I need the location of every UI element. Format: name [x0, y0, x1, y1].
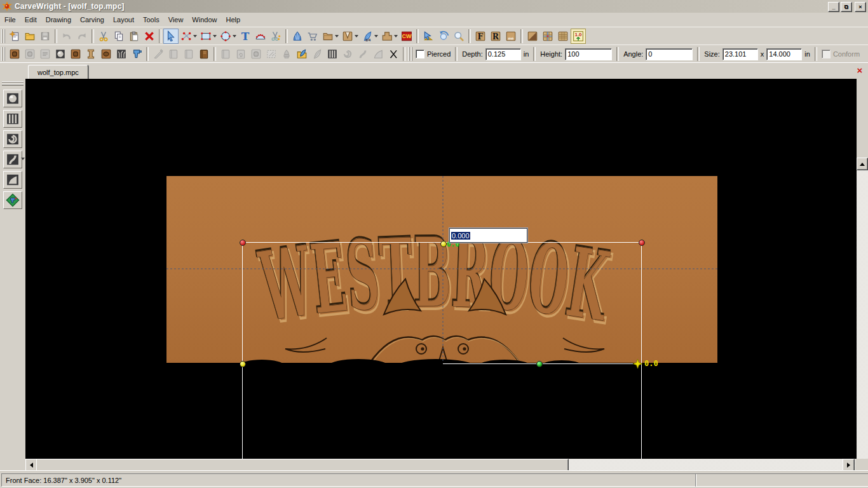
arc-tool-button[interactable]: [253, 29, 268, 44]
pattern-folder-button[interactable]: [320, 29, 336, 44]
toolbar-tools: Pierced Depth: in Height: Angle: Size: x…: [0, 44, 868, 64]
delete-button[interactable]: [142, 29, 157, 44]
dimension-edit-box[interactable]: 0.000: [449, 228, 527, 243]
pattern-store-button[interactable]: [305, 29, 320, 44]
pan-3d-view-button[interactable]: [421, 29, 436, 44]
selection-left-edge[interactable]: [242, 242, 243, 459]
pattern-book-open-button[interactable]: [196, 46, 212, 62]
angle-input[interactable]: [646, 48, 693, 60]
rout-region-button[interactable]: [68, 46, 83, 62]
toolbar-gripper[interactable]: [1, 29, 5, 43]
ramp-view-tool-button[interactable]: [3, 171, 22, 189]
tab-wolf-top[interactable]: wolf_top.mpc: [28, 65, 88, 80]
hscroll-thumb[interactable]: [36, 459, 569, 471]
vertical-scrollbar[interactable]: [857, 158, 868, 488]
menu-carving[interactable]: Carving: [76, 14, 109, 25]
draft-tool-button[interactable]: 1/4: [360, 29, 375, 44]
dome-view-tool-button[interactable]: [3, 90, 22, 107]
text-tool-button[interactable]: T: [238, 29, 253, 44]
board-dimensions-button[interactable]: [503, 29, 519, 44]
oval-region-button[interactable]: [98, 46, 114, 62]
paste-button[interactable]: [126, 29, 142, 44]
pierced-checkbox[interactable]: [416, 50, 424, 58]
close-button[interactable]: ×: [855, 2, 866, 12]
measure-3d-tool-button[interactable]: [3, 191, 22, 209]
menu-layout[interactable]: Layout: [109, 14, 139, 25]
rectangle-tool-button[interactable]: [198, 29, 214, 44]
depth-input[interactable]: [485, 48, 521, 60]
front-face-button[interactable]: F: [473, 29, 488, 44]
document-close-button[interactable]: ×: [854, 65, 865, 76]
workspace-canvas[interactable]: WESTBROOK WESTBROOK WESTBROOK: [25, 79, 857, 459]
cw-store-button[interactable]: CW: [399, 29, 414, 44]
horizontal-scrollbar[interactable]: [0, 459, 868, 470]
size-unit: in: [804, 50, 810, 58]
svg-text:F: F: [478, 32, 484, 41]
minimize-button[interactable]: _: [828, 2, 839, 12]
menu-view[interactable]: View: [164, 14, 188, 25]
menu-edit[interactable]: Edit: [20, 14, 41, 25]
restore-button[interactable]: ⧉: [841, 2, 852, 12]
menu-window[interactable]: Window: [187, 14, 221, 25]
menu-file[interactable]: File: [0, 14, 20, 25]
spline-cut-tool-button[interactable]: [268, 29, 283, 44]
selection-handle-bottom-center[interactable]: [536, 361, 543, 367]
import-pattern-button[interactable]: [294, 46, 309, 62]
ellipse-tool-button[interactable]: [218, 29, 233, 44]
grid-toggle-button[interactable]: [555, 29, 571, 44]
selection-handle-top-left[interactable]: [240, 240, 246, 246]
drill-tool-button[interactable]: [129, 46, 144, 62]
selection-handle-top-right[interactable]: [639, 240, 645, 246]
snap-layout-button[interactable]: 1.0: [571, 29, 586, 44]
svg-text:1.0: 1.0: [575, 32, 583, 37]
menu-drawing[interactable]: Drawing: [41, 14, 76, 25]
rotate-view-button[interactable]: [436, 29, 451, 44]
column-surface-button[interactable]: [83, 46, 98, 62]
selection-handle-bottom-left[interactable]: [240, 361, 246, 367]
fluting-tool-button[interactable]: [325, 46, 340, 62]
clear-tool-button[interactable]: [386, 46, 401, 62]
rosette-view-tool-button[interactable]: [3, 130, 22, 148]
selection-handle-top-center[interactable]: [440, 241, 447, 247]
grid-crosshair-button[interactable]: [540, 29, 555, 44]
toolbar-separator: [403, 47, 405, 61]
dome-surface-button[interactable]: [53, 46, 68, 62]
zoom-tool-button[interactable]: [451, 29, 466, 44]
scroll-right-button[interactable]: [843, 459, 855, 471]
angle-label: Angle:: [623, 50, 643, 58]
sidebar-gripper[interactable]: [2, 81, 24, 86]
carve-profile-button[interactable]: [340, 29, 355, 44]
app-window: CarveWright - [wolf_top.mpc] _⧉× FileEdi…: [0, 0, 868, 488]
node-edit-tool-button[interactable]: [179, 29, 194, 44]
new-file-button[interactable]: [7, 29, 22, 44]
pattern-library-button[interactable]: [290, 29, 305, 44]
toolbar-gripper-3[interactable]: [409, 47, 412, 61]
carve-region-button[interactable]: [7, 46, 22, 62]
toolbar-gripper-2[interactable]: [1, 47, 5, 61]
height-input[interactable]: [565, 48, 612, 60]
scroll-up-button[interactable]: [857, 158, 868, 170]
size-width-input[interactable]: [722, 48, 758, 60]
cut-button[interactable]: [96, 29, 111, 44]
pattern-book-2-button: [181, 46, 196, 62]
bit-select-button[interactable]: [114, 46, 129, 62]
molding-tool-button[interactable]: [379, 29, 395, 44]
selection-handle-rotate-star[interactable]: [633, 359, 642, 369]
leaf-view-tool-button-dropdown-icon[interactable]: [21, 158, 25, 160]
menu-help[interactable]: Help: [221, 14, 245, 25]
open-file-button[interactable]: [22, 29, 37, 44]
conform-checkbox: [822, 50, 831, 58]
corner-view-button[interactable]: [525, 29, 540, 44]
selection-right-edge[interactable]: [641, 242, 642, 459]
board-carving[interactable]: WESTBROOK WESTBROOK WESTBROOK: [166, 176, 717, 363]
menu-tools[interactable]: Tools: [139, 14, 164, 25]
conform-label: Conform: [833, 50, 860, 58]
knife-tool-button: [151, 46, 166, 62]
rear-face-button[interactable]: R: [488, 29, 503, 44]
select-tool-button[interactable]: [163, 29, 179, 44]
size-height-input[interactable]: [766, 48, 802, 60]
leaf-view-tool-button[interactable]: [3, 151, 22, 168]
copy-button[interactable]: [111, 29, 126, 44]
corner-handle-value-label: 0.0: [644, 359, 658, 368]
fluting-view-tool-button[interactable]: [3, 110, 22, 128]
